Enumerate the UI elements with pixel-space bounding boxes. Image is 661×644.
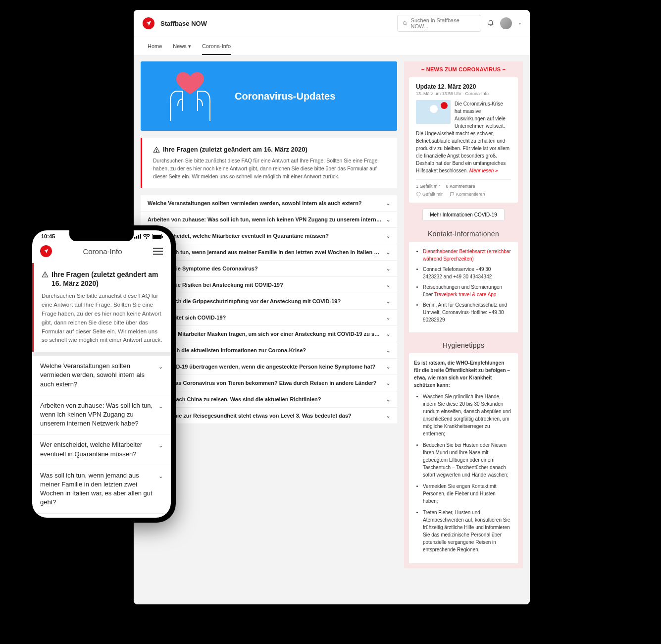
more-info-button[interactable]: Mehr Informationen COVID-19 [422,209,505,221]
news-heading: – NEWS ZUM CORONAVIRUS – [409,66,518,72]
contact-item: Berlin, Amt für Gesundheitsschutz und Um… [423,301,511,323]
faq-row[interactable]: Welche Veranstaltungen sollten vermieden… [141,195,397,212]
faq-row[interactable]: Ich plane nach China zu reisen. Was sind… [141,391,397,408]
phone-notch [69,230,134,241]
chevron-down-icon: ⌄ [158,403,163,410]
faq-row[interactable]: Die Warnlinie zur Reisegesundheit steht … [141,408,397,424]
chevron-down-icon: ⌄ [386,282,390,288]
hero-title: Coronavirus-Updates [235,91,335,102]
faq-intro-card: Ihre Fragen (zuletzt geändert am 16. Mär… [141,138,397,188]
phone-screen: 10:45 Corona-Info Ihre Fragen (zuletzt g… [32,230,171,518]
faq-intro-body: Durchsuchen Sie bitte zunächst diese FAQ… [153,157,386,180]
faq-question-text: Die Warnlinie zur Reisegesundheit steht … [148,413,352,419]
news-update-card: Update 12. März 2020 13. März um 13:56 U… [409,77,518,203]
battery-icon [152,234,162,239]
hygiene-intro: Es ist ratsam, die WHO-Empfehlungen für … [414,359,511,389]
news-update-meta: 13. März um 13:56 Uhr · Corona-Info [416,91,511,96]
news-thumb-icon [416,100,451,124]
svg-rect-7 [140,234,141,238]
hamburger-menu-icon[interactable] [153,248,163,255]
hero-banner: Coronavirus-Updates [141,61,397,131]
hygiene-section: Hygienetipps Es ist ratsam, die WHO-Empf… [409,341,518,563]
nav-news[interactable]: News ▾ [173,37,191,55]
hygiene-tip: Treten Fieber, Husten und Atembeschwerde… [423,509,511,553]
avatar[interactable] [500,17,512,29]
chevron-down-icon: ⌄ [386,348,390,353]
phone-faq-question-text: Arbeiten von zuhause: Was soll ich tun, … [40,401,153,429]
phone-header: Corona-Info [32,239,171,261]
chevron-down-icon: ⌄ [386,364,390,370]
news-read-more-link[interactable]: Mehr lesen » [469,168,498,173]
faq-question-text: Arbeiten von zuhause: Was soll ich tun, … [148,216,382,222]
chevron-down-icon: ⌄ [386,233,390,239]
chevron-down-icon: ⌄ [386,413,390,419]
contact-link[interactable]: Diensthabender Betriebsarzt (erreichbar … [423,249,511,262]
chevron-down-icon: ⌄ [386,266,390,271]
phone-faq-list: Welche Veranstaltungen sollten vermieden… [32,356,171,518]
search-input[interactable]: Suchen in Staffbase NOW... [397,15,481,32]
like-button[interactable]: Gefällt mir [416,192,443,197]
phone-faq-row[interactable]: Arbeiten von zuhause: Was soll ich tun, … [32,395,171,435]
phone-faq-row[interactable]: Was soll ich tun, wenn jemand aus meiner… [32,465,171,514]
faq-question-text: Welche Veranstaltungen sollten vermieden… [148,200,362,206]
faq-question-text: Kann ich das Coronavirus von Tieren beko… [148,380,377,386]
faq-question-text: Kann COVID-19 übertragen werden, wenn di… [148,364,375,370]
nav-home[interactable]: Home [148,37,162,55]
nav-corona-info[interactable]: Corona-Info [202,37,231,55]
contact-section: Kontakt-Informationen Diensthabender Bet… [409,230,518,332]
phone-divider [32,352,171,356]
phone-faq-question-text: Welche Veranstaltungen sollten vermieden… [40,362,153,389]
faq-intro-title: Ihre Fragen (zuletzt geändert am 16. Mär… [163,146,307,153]
main-nav: Home News ▾ Corona-Info [134,37,530,55]
faq-row[interactable]: Was soll ich tun, wenn jemand aus meiner… [141,244,397,261]
contact-heading: Kontakt-Informationen [409,230,518,238]
contact-item: Reisebuchungen und Stornierungen über Tr… [423,283,511,298]
phone-faq-question-text: Wer entscheidet, welche Mitarbeiter even… [40,440,153,458]
contact-link[interactable]: Travelperk travel & care App [434,292,497,297]
user-menu-caret-icon[interactable]: ▾ [519,21,521,26]
svg-point-3 [156,151,157,152]
faq-row[interactable]: Was sind die Symptome des Coronavirus?⌄ [141,261,397,277]
faq-row[interactable]: Wer entscheidet, welche Mitarbeiter even… [141,228,397,244]
phone-faq-intro: Ihre Fragen (zuletzt geändert am 16. Mär… [32,263,171,352]
wifi-icon [143,234,150,239]
news-update-title: Update 12. März 2020 [416,83,511,90]
svg-point-0 [403,21,406,24]
faq-row[interactable]: Arbeiten von zuhause: Was soll ich tun, … [141,212,397,228]
chevron-down-icon: ⌄ [386,201,390,206]
page-body: Coronavirus-Updates Ihre Fragen (zuletzt… [134,55,530,604]
hygiene-tip: Waschen Sie gründlich Ihre Hände, indem … [423,393,511,437]
chevron-down-icon: ⌄ [158,473,163,480]
faq-row[interactable]: Wie verbreitet sich COVID-19?⌄ [141,310,397,326]
bell-icon[interactable] [487,20,494,27]
warning-icon [153,146,160,153]
faq-row[interactable]: Schützt mich die Grippeschutzimpfung vor… [141,293,397,310]
phone-faq-row[interactable]: Welche Veranstaltungen sollten vermieden… [32,356,171,395]
faq-row[interactable]: Wo finde ich die aktuellsten Information… [141,342,397,359]
desktop-window: Staffbase NOW Suchen in Staffbase NOW...… [134,10,530,604]
signal-icon [134,234,141,239]
contact-item: Diensthabender Betriebsarzt (erreichbar … [423,248,511,263]
svg-line-1 [406,24,407,25]
phone-faq-row[interactable]: Wer entscheidet, welche Mitarbeiter even… [32,434,171,465]
phone-logo-icon[interactable] [40,245,52,257]
faq-row[interactable]: Was sind die Risiken bei Ansteckung mit … [141,277,397,293]
svg-rect-5 [136,236,137,238]
hygiene-tip: Bedecken Sie bei Husten oder Niesen Ihre… [423,441,511,479]
news-likes-count: 1 Gefällt mir [416,184,440,189]
chevron-down-icon: ⌄ [386,380,390,386]
heart-icon [416,192,421,197]
faq-row[interactable]: Kann COVID-19 übertragen werden, wenn di… [141,359,397,375]
search-placeholder: Suchen in Staffbase NOW... [411,17,476,29]
hygiene-heading: Hygienetipps [409,341,518,349]
faq-question-text: Schützt mich die Grippeschutzimpfung vor… [148,298,341,304]
app-logo-icon [143,17,154,29]
app-header: Staffbase NOW Suchen in Staffbase NOW...… [134,10,530,37]
phone-faq-question-text: Was soll ich tun, wenn jemand aus meiner… [40,471,153,507]
faq-row[interactable]: Sollten alle Mitarbeiter Masken tragen, … [141,326,397,342]
faq-row[interactable]: Kann ich das Coronavirus von Tieren beko… [141,375,397,391]
faq-list: Welche Veranstaltungen sollten vermieden… [141,195,397,424]
svg-point-9 [45,276,46,276]
comment-button[interactable]: Kommentieren [450,192,485,197]
phone-faq-row-partial[interactable]: Was sind die Symptome des [32,514,171,518]
